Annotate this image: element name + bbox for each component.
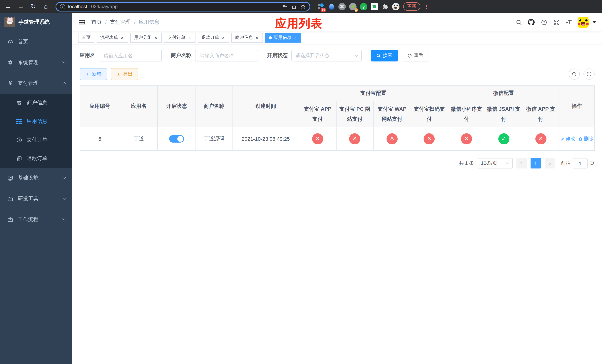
extension-y-icon[interactable]: y — [360, 3, 367, 10]
breadcrumb-home[interactable]: 首页 — [91, 19, 102, 26]
app-name-input[interactable] — [99, 50, 162, 62]
extension-balloon-icon[interactable] — [328, 3, 335, 10]
close-icon[interactable]: × — [221, 35, 226, 40]
next-page-button[interactable] — [545, 158, 555, 169]
prev-page-button[interactable] — [516, 158, 527, 169]
close-icon[interactable]: × — [120, 35, 124, 40]
alipay-app-status-icon — [312, 133, 323, 144]
cell-created: 2021-10-23 08:49:25 — [233, 127, 299, 150]
sidebar-item-workflow[interactable]: 工作流程 — [0, 209, 72, 230]
chevron-down-icon — [62, 196, 66, 200]
extensions-puzzle-icon[interactable] — [381, 3, 389, 10]
address-bar[interactable]: i localhost:1024/pay/app — [55, 2, 310, 11]
cell-app-id: 6 — [80, 127, 120, 150]
sidebar-item-refund-order[interactable]: 退款订单 — [0, 149, 72, 168]
sidebar-item-app-info[interactable]: 应用信息 — [0, 112, 72, 131]
dashboard-icon — [7, 39, 13, 45]
font-size-icon[interactable]: TT — [566, 19, 572, 26]
group-wechat-config: 微信配置 — [448, 85, 559, 101]
extension-camera-icon[interactable]: 1 — [349, 3, 356, 10]
alipay-qr-status-icon — [424, 133, 435, 144]
col-alipay-qr: 支付宝扫码支付 — [411, 101, 448, 127]
add-button[interactable]: ＋ 新增 — [80, 68, 107, 80]
chevron-up-icon — [62, 82, 66, 86]
goto-page-input[interactable] — [573, 158, 588, 169]
breadcrumb-payment[interactable]: 支付管理 — [110, 19, 131, 26]
tag-user-group[interactable]: 用户分组× — [130, 33, 162, 43]
sidebar-item-dev-tools[interactable]: 研发工具 — [0, 189, 72, 209]
sidebar-item-home[interactable]: 首页 — [0, 32, 72, 52]
sidebar-item-payment[interactable]: ¥ 支付管理 — [0, 73, 72, 94]
close-icon[interactable]: × — [255, 35, 259, 40]
sidebar-item-merchant-info[interactable]: 商户信息 — [0, 94, 72, 112]
back-icon[interactable]: ← — [4, 2, 13, 11]
extension-command-icon[interactable]: ⌘ — [338, 3, 346, 10]
user-avatar[interactable] — [578, 17, 589, 28]
col-merchant: 商户名称 — [195, 85, 233, 127]
reset-button[interactable]: 重置 — [402, 50, 429, 62]
wechat-lite-status-icon — [461, 133, 472, 144]
extension-chat-icon[interactable] — [371, 3, 378, 10]
tag-merchant-info[interactable]: 商户信息× — [231, 33, 263, 43]
github-icon[interactable] — [528, 19, 535, 26]
tag-app-info[interactable]: 应用信息× — [265, 33, 301, 43]
home-icon[interactable]: ⌂ — [42, 2, 50, 11]
status-select[interactable]: 请选择开启状态 — [291, 50, 362, 62]
url-text[interactable]: localhost:1024/pay/app — [68, 4, 279, 9]
avatar-caret-icon[interactable] — [592, 21, 596, 23]
sidebar-item-system[interactable]: 系统管理 — [0, 52, 72, 73]
page-unit-label: 页 — [590, 160, 595, 167]
site-info-icon[interactable]: i — [60, 4, 65, 9]
table-row: 6 芋道 芋道源码 2021-10-23 08:49:25 — [80, 127, 594, 150]
merchant-name-label: 商户名称 — [171, 52, 191, 59]
share-icon[interactable] — [291, 3, 297, 10]
search-icon[interactable] — [515, 19, 522, 26]
refresh-button[interactable] — [583, 68, 595, 80]
plus-icon: ＋ — [85, 71, 90, 77]
logo-image — [4, 17, 15, 27]
col-app-id: 应用编号 — [80, 85, 120, 127]
tag-home[interactable]: 首页 — [78, 33, 94, 43]
close-icon[interactable]: × — [293, 35, 298, 40]
help-icon[interactable]: ? — [540, 19, 547, 26]
yen-icon: ¥ — [7, 80, 13, 87]
forward-icon[interactable]: → — [16, 2, 25, 11]
fullscreen-icon[interactable] — [553, 19, 560, 26]
sidebar-item-infrastructure[interactable]: 基础设施 — [0, 168, 72, 189]
sidebar-collapse-icon[interactable] — [78, 19, 86, 26]
sidebar: 芋道管理系统 首页 系统管理 ¥ 支付管 — [0, 13, 72, 364]
extension-blocks-icon[interactable]: 10 — [317, 3, 324, 10]
col-status: 开启状态 — [158, 85, 195, 127]
chrome-update-button[interactable]: 更新 — [403, 2, 420, 11]
tag-process-form[interactable]: 流程表单× — [97, 33, 128, 43]
edit-link[interactable]: 修改 — [560, 135, 575, 142]
page-number-button[interactable]: 1 — [531, 158, 541, 169]
browser-menu-icon[interactable]: ⋮ — [424, 3, 428, 10]
password-key-icon[interactable] — [282, 4, 288, 9]
top-navbar: 首页 / 支付管理 / 应用信息 应用列表 ? — [72, 13, 602, 32]
table-toolbar: ＋ 新增 导出 — [80, 68, 595, 80]
toggle-search-button[interactable] — [569, 68, 580, 80]
sidebar-logo[interactable]: 芋道管理系统 — [0, 13, 72, 32]
close-icon[interactable]: × — [187, 35, 192, 40]
delete-link[interactable]: 删除 — [578, 135, 593, 142]
close-icon[interactable]: × — [154, 35, 158, 40]
reload-icon[interactable]: ↻ — [29, 2, 38, 11]
sidebar-item-pay-order[interactable]: ¥ 支付订单 — [0, 131, 72, 149]
tags-view: 首页 流程表单× 用户分组× 支付订单× 退款订单× 商户信息× 应用信息× — [72, 32, 602, 44]
document-copy-icon — [16, 156, 22, 161]
tag-refund-order[interactable]: 退款订单× — [198, 33, 229, 43]
col-app-name: 应用名 — [120, 85, 158, 127]
col-wechat-app: 微信 APP 支付 — [522, 101, 559, 127]
col-wechat-jsapi: 微信 JSAPI 支付 — [485, 101, 522, 127]
page-size-select[interactable]: 10条/页 — [478, 158, 513, 169]
tag-pay-order[interactable]: 支付订单× — [164, 33, 195, 43]
bookmark-star-icon[interactable] — [300, 4, 306, 9]
enabled-toggle[interactable] — [169, 135, 184, 142]
cell-merchant: 芋道源码 — [195, 127, 233, 150]
export-button[interactable]: 导出 — [111, 68, 138, 80]
search-button[interactable]: 搜索 — [371, 50, 398, 62]
merchant-name-input[interactable] — [195, 50, 258, 62]
chevron-down-icon — [355, 53, 358, 57]
profile-avatar-icon[interactable] — [392, 3, 399, 10]
